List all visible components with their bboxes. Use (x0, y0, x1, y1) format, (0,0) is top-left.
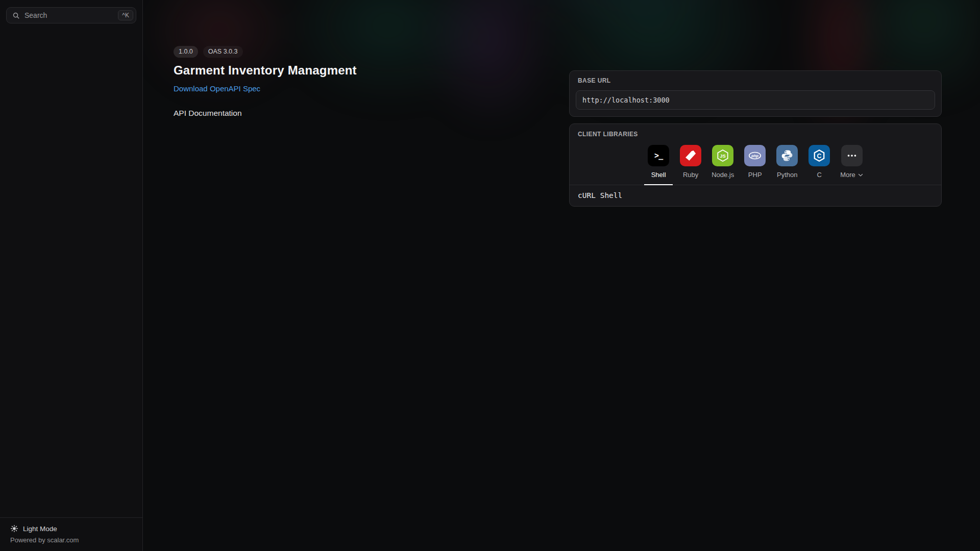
tab-php[interactable]: php PHP (741, 143, 769, 185)
tab-more-label: More (840, 171, 864, 179)
chevron-down-icon (857, 172, 864, 178)
tab-php-label: PHP (748, 171, 762, 179)
theme-toggle-label: Light Mode (23, 525, 57, 533)
version-badge: 1.0.0 (174, 46, 198, 58)
nodejs-icon: JS (712, 145, 733, 166)
tab-python-label: Python (777, 171, 797, 179)
sidebar-footer: Light Mode Powered by scalar.com (0, 517, 142, 551)
tab-nodejs-label: Node.js (712, 171, 734, 179)
base-url-input[interactable]: http://localhost:3000 (576, 90, 935, 110)
terminal-icon: >_ (648, 145, 669, 166)
request-panel: BASE URL http://localhost:3000 CLIENT LI… (569, 70, 942, 207)
api-intro-section: 1.0.0 OAS 3.0.3 Garment Inventory Managm… (174, 46, 357, 118)
tab-shell[interactable]: >_ Shell (644, 143, 673, 185)
client-libraries-card: CLIENT LIBRARIES >_ Shell Ruby (569, 123, 942, 207)
tab-python[interactable]: Python (773, 143, 801, 185)
search-icon (12, 12, 20, 19)
code-snippet-header: cURL Shell (570, 185, 941, 206)
base-url-card: BASE URL http://localhost:3000 (569, 70, 942, 117)
sun-icon (10, 524, 18, 533)
python-icon (776, 145, 798, 166)
search-input[interactable]: Search ^K (6, 7, 136, 23)
theme-toggle-button[interactable]: Light Mode (10, 524, 132, 533)
search-shortcut-badge: ^K (118, 10, 133, 20)
svg-text:JS: JS (720, 154, 725, 159)
download-openapi-link[interactable]: Download OpenAPI Spec (174, 84, 260, 93)
oas-badge: OAS 3.0.3 (203, 46, 243, 58)
page-title: Garment Inventory Managment (174, 63, 357, 78)
tab-ruby[interactable]: Ruby (676, 143, 705, 185)
svg-text:php: php (751, 154, 758, 158)
client-library-tabs: >_ Shell Ruby JS (570, 140, 941, 185)
php-icon: php (744, 145, 766, 166)
api-description: API Documentation (174, 109, 357, 118)
c-icon: C (808, 145, 830, 166)
search-placeholder: Search (24, 11, 113, 19)
tab-ruby-label: Ruby (683, 171, 698, 179)
sidebar: Search ^K Light Mode Powered by scalar.c… (0, 0, 143, 551)
base-url-header: BASE URL (570, 71, 941, 86)
tab-nodejs[interactable]: JS Node.js (708, 143, 737, 185)
tab-more[interactable]: More (837, 143, 867, 185)
tab-c[interactable]: C C (805, 143, 834, 185)
tab-shell-label: Shell (651, 171, 666, 179)
ruby-icon (680, 145, 701, 166)
svg-text:C: C (817, 153, 822, 160)
powered-by-link[interactable]: Powered by scalar.com (10, 536, 132, 544)
ellipsis-icon (841, 145, 863, 166)
tab-c-label: C (817, 171, 822, 179)
client-libraries-header: CLIENT LIBRARIES (570, 124, 941, 140)
version-badges: 1.0.0 OAS 3.0.3 (174, 46, 357, 58)
